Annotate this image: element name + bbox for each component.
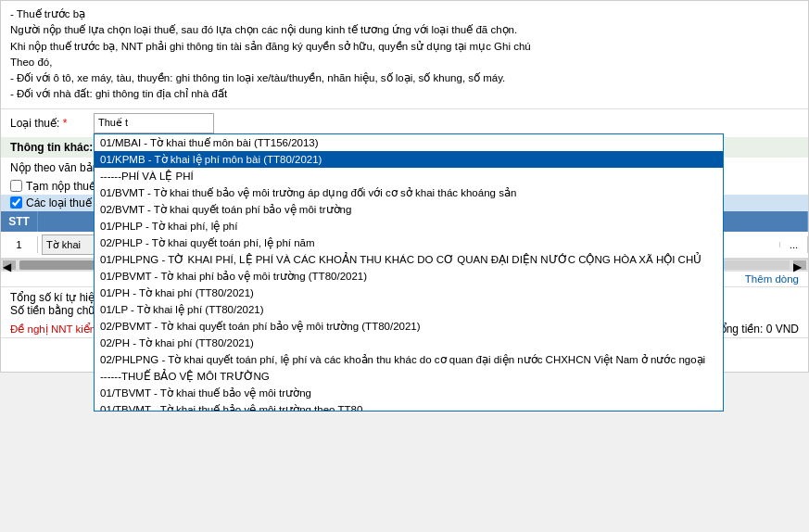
info-line-1: - Thuế trước bạ	[10, 6, 799, 22]
scroll-right-btn[interactable]: ▶	[793, 260, 806, 270]
them-dong-link[interactable]: Thêm dòng	[745, 273, 799, 285]
info-line-4: Theo đó,	[10, 55, 799, 70]
scroll-left-btn[interactable]: ◀	[3, 260, 16, 270]
dropdown-item-kpmb[interactable]: 01/KPMB - Tờ khai lệ phí môn bài (TT80/2…	[95, 151, 723, 168]
dropdown-item-phlp2[interactable]: 02/PHLP - Tờ khai quyết toán phí, lệ phí…	[95, 234, 723, 251]
info-line-5: - Đối với ô tô, xe máy, tàu, thuyền: ghi…	[10, 70, 799, 86]
loai-thue-dropdown-list: 01/MBAI - Tờ khai thuế môn bài (TT156/20…	[94, 133, 724, 412]
dropdown-item-pbvmt2[interactable]: 02/PBVMT - Tờ khai quyết toán phí bảo vệ…	[95, 318, 723, 335]
loai-thue-input[interactable]	[94, 113, 214, 133]
cell-stt: 1	[1, 236, 38, 253]
info-line-6: - Đối với nhà đất: ghi thông tin địa chỉ…	[10, 86, 799, 102]
dropdown-item-phlpng1[interactable]: 01/PHLPNG - TỜ KHAI PHÍ, LỆ PHÍ VÀ CÁC K…	[95, 251, 723, 268]
info-section: - Thuế trước bạ Người nộp thuế lựa chọn …	[1, 1, 808, 109]
required-marker: *	[63, 117, 68, 130]
dropdown-item-phlpng2[interactable]: 02/PHLPNG - Tờ khai quyết toán phí, lệ p…	[95, 351, 723, 368]
loai-thue-dropdown-wrapper: 01/MBAI - Tờ khai thuế môn bài (TT156/20…	[94, 113, 214, 133]
thong-tin-khac-label: Thông tin khác:	[10, 141, 94, 154]
dropdown-item-ph2[interactable]: 02/PH - Tờ khai phí (TT80/2021)	[95, 335, 723, 351]
loai-thue-label: Loại thuế: *	[10, 117, 94, 130]
dropdown-item-ph1[interactable]: 01/PH - Tờ khai phí (TT80/2021)	[95, 285, 723, 301]
dropdown-item-lp1[interactable]: 01/LP - Tờ khai lệ phí (TT80/2021)	[95, 301, 723, 318]
cell-dots2: ...	[780, 236, 808, 253]
dropdown-item-tbvmt1[interactable]: 01/TBVMT - Tờ khai thuế bảo vệ môi trườn…	[95, 385, 723, 401]
info-line-2: Người nộp thuế lựa chọn loại thuế, sau đ…	[10, 22, 799, 38]
cac-loai-thue-checkbox[interactable]	[10, 196, 22, 209]
main-container: - Thuế trước bạ Người nộp thuế lựa chọn …	[0, 0, 809, 373]
tam-nop-checkbox[interactable]	[10, 180, 22, 192]
dropdown-item-tbvmt2[interactable]: 01/TBVMT - Tờ khai thuế bảo vệ môi trườn…	[95, 401, 723, 412]
dropdown-item-pbvmt1[interactable]: 01/PBVMT - Tờ khai phí bảo vệ môi trường…	[95, 268, 723, 285]
dropdown-item-mbai[interactable]: 01/MBAI - Tờ khai thuế môn bài (TT156/20…	[95, 134, 723, 151]
dropdown-item-phlp1[interactable]: 01/PHLP - Tờ khai phí, lệ phí	[95, 218, 723, 234]
dropdown-item-bvmt2[interactable]: 02/BVMT - Tờ khai quyết toán phí bảo vệ …	[95, 201, 723, 218]
loai-thue-row: Loại thuế: * 01/MBAI - Tờ khai thuế môn …	[1, 109, 808, 137]
info-line-3: Khi nộp thuế trước bạ, NNT phải ghi thôn…	[10, 39, 799, 55]
dropdown-header-tbvmt: ------THUẾ BẢO VỆ MÔI TRƯỜNG	[95, 368, 723, 385]
dropdown-item-bvmt1[interactable]: 01/BVMT - Tờ khai thuế bảo vệ môi trường…	[95, 184, 723, 201]
dropdown-header-phi: ------PHÍ VÀ LỆ PHÍ	[95, 168, 723, 184]
th-stt: STT	[1, 211, 38, 232]
tong-tien: Tổng tiền: 0 VND	[713, 323, 799, 336]
